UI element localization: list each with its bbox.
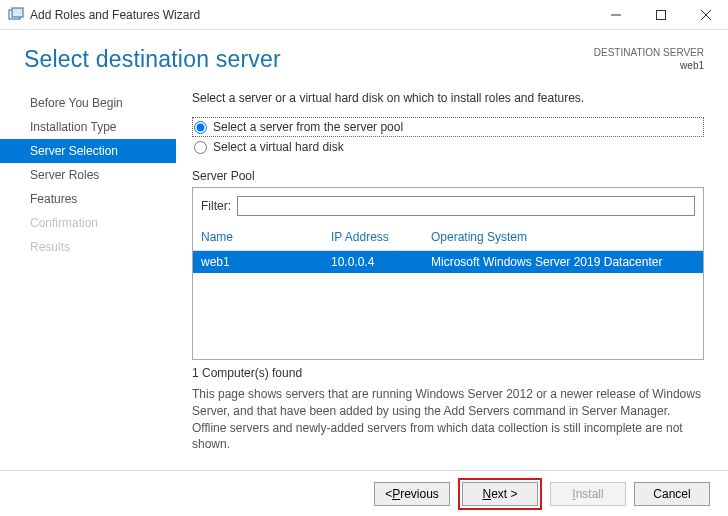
cell-os: Microsoft Windows Server 2019 Datacenter [431, 255, 695, 269]
wizard-footer: < Previous Next > Install Cancel [0, 470, 728, 516]
maximize-button[interactable] [638, 0, 683, 30]
destination-label: DESTINATION SERVER [594, 46, 704, 59]
nav-confirmation: Confirmation [0, 211, 176, 235]
next-button-highlight: Next > [458, 478, 542, 510]
grid-body: web1 10.0.0.4 Microsoft Windows Server 2… [193, 251, 703, 359]
wizard-header: Select destination server DESTINATION SE… [0, 30, 728, 81]
close-button[interactable] [683, 0, 728, 30]
radio-vhd-input[interactable] [194, 141, 207, 154]
filter-input[interactable] [237, 196, 695, 216]
install-button: Install [550, 482, 626, 506]
window-title: Add Roles and Features Wizard [30, 8, 200, 22]
svg-rect-3 [656, 10, 665, 19]
intro-text: Select a server or a virtual hard disk o… [192, 91, 704, 105]
app-icon [8, 7, 24, 23]
minimize-button[interactable] [593, 0, 638, 30]
radio-server-pool-label: Select a server from the server pool [213, 120, 403, 134]
page-title: Select destination server [24, 46, 281, 73]
server-pool-box: Filter: Name IP Address Operating System… [192, 187, 704, 360]
radio-vhd-label: Select a virtual hard disk [213, 140, 344, 154]
nav-server-roles[interactable]: Server Roles [0, 163, 176, 187]
svg-rect-1 [12, 8, 23, 17]
description-text: This page shows servers that are running… [192, 386, 704, 453]
wizard-nav: Before You Begin Installation Type Serve… [0, 85, 176, 463]
col-ip-header[interactable]: IP Address [331, 230, 431, 244]
server-grid: Name IP Address Operating System web1 10… [193, 224, 703, 359]
server-pool-label: Server Pool [192, 169, 704, 183]
wizard-content: Select a server or a virtual hard disk o… [176, 85, 728, 463]
next-button[interactable]: Next > [462, 482, 538, 506]
col-os-header[interactable]: Operating System [431, 230, 695, 244]
nav-server-selection[interactable]: Server Selection [0, 139, 176, 163]
nav-results: Results [0, 235, 176, 259]
radio-server-pool[interactable]: Select a server from the server pool [192, 117, 704, 137]
radio-vhd[interactable]: Select a virtual hard disk [192, 137, 704, 157]
grid-row[interactable]: web1 10.0.0.4 Microsoft Windows Server 2… [193, 251, 703, 273]
filter-row: Filter: [193, 188, 703, 224]
radio-server-pool-input[interactable] [194, 121, 207, 134]
count-text: 1 Computer(s) found [192, 366, 704, 380]
destination-block: DESTINATION SERVER web1 [594, 46, 704, 72]
nav-features[interactable]: Features [0, 187, 176, 211]
cancel-button[interactable]: Cancel [634, 482, 710, 506]
grid-header: Name IP Address Operating System [193, 224, 703, 251]
cell-ip: 10.0.0.4 [331, 255, 431, 269]
previous-button[interactable]: < Previous [374, 482, 450, 506]
nav-before-you-begin[interactable]: Before You Begin [0, 91, 176, 115]
filter-label: Filter: [201, 199, 231, 213]
nav-installation-type[interactable]: Installation Type [0, 115, 176, 139]
window-controls [593, 0, 728, 30]
destination-value: web1 [594, 59, 704, 72]
titlebar: Add Roles and Features Wizard [0, 0, 728, 30]
cell-name: web1 [201, 255, 331, 269]
col-name-header[interactable]: Name [201, 230, 331, 244]
